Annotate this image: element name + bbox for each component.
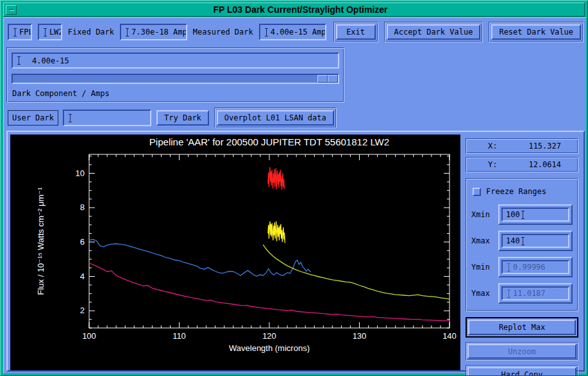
lw2-field-value: LW2 [49,28,62,37]
accept-button-frame: Accept Dark Value [384,22,483,42]
text-cursor-icon [521,237,525,245]
hard-copy-button[interactable]: Hard Copy [467,367,576,376]
exit-button-frame: Exit [333,22,378,42]
measured-dark-value: 4.00e-15 Amps [271,28,326,37]
svg-text:Pipeline 'AAR' for 200500 JUPI: Pipeline 'AAR' for 200500 JUPITER TDT 55… [149,136,389,147]
ymin-input: 0.99996 [501,260,569,274]
freeze-ranges-checkbox[interactable] [473,188,481,196]
unzoom-button: Unzoom [467,344,576,359]
xmin-field-frame: 100 [498,204,573,225]
user-dark-row: User Dark Try Dark Overplot L01 LSAN dat… [8,108,584,128]
text-cursor-icon [521,211,525,219]
overplot-l01-lsan-button[interactable]: Overplot L01 LSAN data [217,110,334,126]
fixed-dark-field[interactable]: 7.30e-18 Amps [120,24,187,40]
xmax-label: Xmax [471,236,498,245]
x-readout-value: 115.327 [528,142,561,151]
text-cursor-icon [43,28,47,37]
reset-dark-value-button[interactable]: Reset Dark Value [491,24,581,40]
fpl-field-value: FPL [19,28,32,37]
svg-text:100: 100 [82,331,96,341]
ymax-row: Ymax 11.0187 [471,283,573,304]
window-title: FP L03 Dark Current/Straylight Optimizer [17,4,584,15]
ymax-label: Ymax [471,289,498,298]
ymin-field-frame: 0.99996 [498,257,573,277]
y-readout-value: 12.0614 [528,160,561,169]
xmin-input[interactable]: 100 [501,208,569,222]
hardcopy-frame: Hard Copy [466,365,578,376]
lw2-field[interactable]: LW2 [38,24,62,40]
user-dark-button[interactable]: User Dark [8,110,58,126]
freeze-ranges-label: Freeze Ranges [486,187,546,196]
text-cursor-icon [507,290,511,298]
ymin-value: 0.99996 [513,263,546,272]
overplot-button-frame: Overplot L01 LSAN data [214,108,337,128]
ymax-value: 11.0187 [513,289,546,298]
text-cursor-icon [68,114,72,122]
svg-text:140: 140 [442,331,457,341]
accept-dark-value-button[interactable]: Accept Dark Value [387,24,481,40]
fixed-dark-label: Fixed Dark [68,28,114,37]
svg-text:10: 10 [76,168,85,178]
minimize-icon [9,9,14,11]
svg-text:8: 8 [80,202,85,212]
dark-component-slider[interactable] [12,74,339,84]
fixed-dark-value: 7.30e-18 Amps [131,28,187,37]
xmin-value: 100 [506,210,520,219]
svg-text:2: 2 [80,306,85,315]
dark-component-input[interactable]: 4.00e-15 [12,53,339,69]
spectrum-chart[interactable]: 100110120130140246810Pipeline 'AAR' for … [10,135,460,370]
text-cursor-icon [13,28,17,37]
text-cursor-icon [125,28,130,37]
titlebar[interactable]: FP L03 Dark Current/Straylight Optimizer [3,3,585,17]
svg-text:6: 6 [80,237,85,247]
svg-text:130: 130 [353,331,367,341]
xmax-field-frame: 140 [498,231,573,251]
main-panel: 100110120130140246810Pipeline 'AAR' for … [6,131,585,372]
xmax-row: Xmax 140 [471,231,573,251]
text-cursor-icon [17,56,21,65]
y-readout-label: Y: [488,160,497,169]
dark-component-value: 4.00e-15 [32,56,69,65]
text-cursor-icon [264,28,269,37]
cursor-x-readout: X: 115.327 [466,138,578,154]
slider-thumb[interactable] [317,75,338,83]
reset-button-frame: Reset Dark Value [489,22,584,42]
ymin-label: Ymin [471,263,498,272]
window-menu-button[interactable] [6,5,17,15]
freeze-ranges-row[interactable]: Freeze Ranges [473,185,573,198]
svg-text:120: 120 [262,331,276,341]
measured-dark-field[interactable]: 4.00e-15 Amps [259,24,326,40]
text-cursor-icon [507,263,511,272]
x-readout-label: X: [488,142,497,151]
dark-component-caption: Dark Component / Amps [12,89,110,98]
replot-max-frame: Replot Max [466,317,578,338]
replot-max-button[interactable]: Replot Max [468,320,576,335]
xmin-label: Xmin [471,210,498,219]
user-dark-input[interactable] [63,110,151,126]
measured-dark-label: Measured Dark [193,28,253,37]
toolbar: FPL LW2 Fixed Dark 7.30e-18 Amps Measure… [8,22,584,42]
ymax-field-frame: 11.0187 [498,283,573,304]
fpl-field[interactable]: FPL [8,24,32,40]
svg-text:4: 4 [80,272,85,281]
exit-button[interactable]: Exit [336,24,376,40]
xmax-input[interactable]: 140 [501,234,569,248]
ranges-group: Freeze Ranges Xmin 100 Xmax [466,178,578,311]
try-dark-button[interactable]: Try Dark [156,110,209,126]
xmax-value: 140 [506,236,520,245]
app-window: FP L03 Dark Current/Straylight Optimizer… [0,0,588,376]
xmin-row: Xmin 100 [471,204,573,225]
ymin-row: Ymin 0.99996 [471,257,573,277]
plot-area[interactable]: 100110120130140246810Pipeline 'AAR' for … [10,135,460,370]
window-content: FPL LW2 Fixed Dark 7.30e-18 Amps Measure… [3,17,586,373]
cursor-y-readout: Y: 12.0614 [466,157,578,172]
unzoom-frame: Unzoom [466,342,578,361]
svg-text:110: 110 [172,331,186,341]
ymax-input: 11.0187 [501,286,569,300]
dark-component-group: 4.00e-15 Dark Component / Amps [6,47,344,102]
svg-text:Wavelength (microns): Wavelength (microns) [229,343,310,353]
plot-controls: X: 115.327 Y: 12.0614 Freeze Ranges Xmin [466,138,578,376]
svg-text:Flux / 10⁻¹⁵ Watts cm⁻² μm⁻¹: Flux / 10⁻¹⁵ Watts cm⁻² μm⁻¹ [36,187,46,295]
